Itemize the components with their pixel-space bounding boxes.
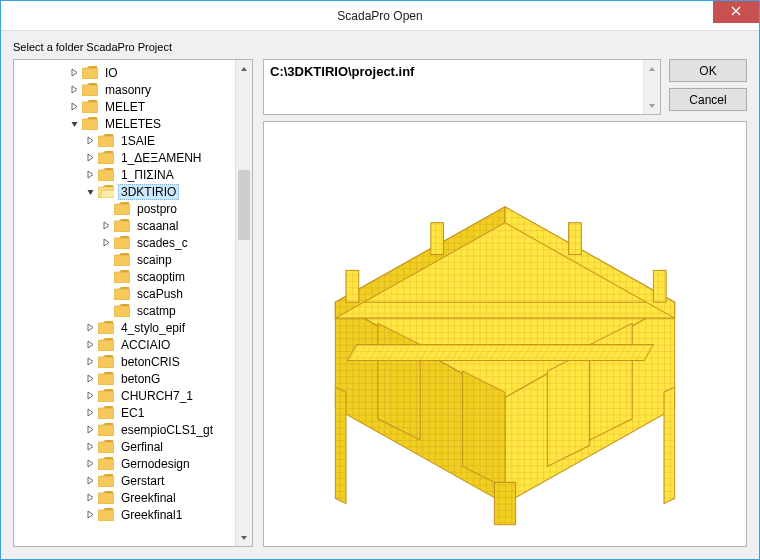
- chevron-right-icon[interactable]: [68, 67, 80, 79]
- tree-item[interactable]: esempioCLS1_gt: [20, 421, 235, 438]
- chevron-right-icon[interactable]: [84, 322, 96, 334]
- tree-item[interactable]: betonCRIS: [20, 353, 235, 370]
- chevron-right-icon[interactable]: [84, 390, 96, 402]
- folder-icon: [98, 440, 114, 454]
- tree-item[interactable]: 4_stylo_epif: [20, 319, 235, 336]
- tree-item[interactable]: ACCIAIO: [20, 336, 235, 353]
- svg-rect-15: [98, 323, 114, 334]
- tree-item-label: 3DKTIRIO: [118, 184, 179, 200]
- tree-item[interactable]: EC1: [20, 404, 235, 421]
- svg-rect-21: [98, 425, 114, 436]
- chevron-right-icon[interactable]: [84, 407, 96, 419]
- folder-icon: [114, 219, 130, 233]
- svg-rect-6: [98, 170, 114, 181]
- tree-item[interactable]: postpro: [20, 200, 235, 217]
- titlebar[interactable]: ScadaPro Open: [1, 1, 759, 31]
- chevron-right-icon[interactable]: [100, 237, 112, 249]
- cancel-button[interactable]: Cancel: [669, 88, 747, 111]
- scroll-down-button[interactable]: [236, 529, 252, 546]
- tree-item[interactable]: scainp: [20, 251, 235, 268]
- folder-icon: [98, 134, 114, 148]
- tree-item[interactable]: MELET: [20, 98, 235, 115]
- chevron-right-icon[interactable]: [84, 356, 96, 368]
- tree-item[interactable]: IO: [20, 64, 235, 81]
- chevron-right-icon[interactable]: [84, 152, 96, 164]
- svg-marker-33: [463, 371, 505, 488]
- close-button[interactable]: [713, 1, 759, 23]
- svg-marker-39: [664, 387, 675, 504]
- tree-item[interactable]: scaanal: [20, 217, 235, 234]
- chevron-right-icon[interactable]: [68, 84, 80, 96]
- tree-item[interactable]: MELETES: [20, 115, 235, 132]
- tree-item-label: ACCIAIO: [118, 338, 173, 352]
- chevron-down-icon[interactable]: [84, 186, 96, 198]
- svg-marker-32: [378, 323, 420, 440]
- tree-item-label: 1SAIE: [118, 134, 158, 148]
- tree-item[interactable]: 1_ΔΕΞΑΜΕΝΗ: [20, 149, 235, 166]
- tree-item[interactable]: CHURCH7_1: [20, 387, 235, 404]
- tree-item[interactable]: Gerfinal: [20, 438, 235, 455]
- tree-item[interactable]: scatmp: [20, 302, 235, 319]
- chevron-right-icon[interactable]: [84, 441, 96, 453]
- chevron-right-icon[interactable]: [84, 509, 96, 521]
- folder-tree[interactable]: IOmasonryMELETMELETES1SAIE1_ΔΕΞΑΜΕΝΗ1_ΠΙ…: [14, 60, 235, 546]
- folder-icon: [114, 236, 130, 250]
- tree-item[interactable]: betonG: [20, 370, 235, 387]
- chevron-right-icon[interactable]: [84, 475, 96, 487]
- svg-rect-0: [82, 68, 98, 79]
- svg-rect-24: [98, 476, 114, 487]
- svg-marker-37: [347, 345, 653, 361]
- path-display[interactable]: C:\3DKTIRIO\project.inf: [263, 59, 661, 115]
- tree-item[interactable]: Gerstart: [20, 472, 235, 489]
- tree-item[interactable]: 1SAIE: [20, 132, 235, 149]
- tree-item-label: Greekfinal: [118, 491, 179, 505]
- chevron-right-icon[interactable]: [84, 492, 96, 504]
- scroll-up-button[interactable]: [644, 60, 660, 77]
- scroll-thumb[interactable]: [238, 170, 250, 240]
- ok-button[interactable]: OK: [669, 59, 747, 82]
- folder-icon: [98, 474, 114, 488]
- tree-item-label: scaoptim: [134, 270, 188, 284]
- path-scrollbar[interactable]: [643, 60, 660, 114]
- tree-item[interactable]: scaPush: [20, 285, 235, 302]
- tree-scrollbar[interactable]: [235, 60, 252, 546]
- tree-item[interactable]: Gernodesign: [20, 455, 235, 472]
- right-panel: C:\3DKTIRIO\project.inf OK Cancel: [263, 59, 747, 547]
- folder-icon: [98, 406, 114, 420]
- scroll-down-button[interactable]: [644, 97, 660, 114]
- folder-open-icon: [98, 185, 114, 199]
- chevron-right-icon[interactable]: [68, 101, 80, 113]
- svg-rect-19: [98, 391, 114, 402]
- tree-item[interactable]: scades_c: [20, 234, 235, 251]
- tree-item-label: betonG: [118, 372, 163, 386]
- chevron-right-icon[interactable]: [100, 220, 112, 232]
- svg-rect-18: [98, 374, 114, 385]
- tree-item[interactable]: masonry: [20, 81, 235, 98]
- chevron-right-icon[interactable]: [84, 424, 96, 436]
- dialog-window: ScadaPro Open Select a folder ScadaPro P…: [0, 0, 760, 560]
- tree-item-label: postpro: [134, 202, 180, 216]
- tree-item[interactable]: scaoptim: [20, 268, 235, 285]
- dialog-body: Select a folder ScadaPro Project IOmason…: [1, 31, 759, 559]
- chevron-right-icon[interactable]: [84, 339, 96, 351]
- tree-item[interactable]: Greekfinal1: [20, 506, 235, 523]
- cancel-label: Cancel: [689, 93, 726, 107]
- tree-item[interactable]: 1_ΠΙΣΙΝΑ: [20, 166, 235, 183]
- tree-item-label: scades_c: [134, 236, 191, 250]
- structure-3d-icon: [264, 122, 746, 546]
- chevron-down-icon[interactable]: [68, 118, 80, 130]
- chevron-right-icon[interactable]: [84, 169, 96, 181]
- svg-rect-1: [82, 85, 98, 96]
- folder-icon: [82, 100, 98, 114]
- tree-item[interactable]: 3DKTIRIO: [20, 183, 235, 200]
- chevron-right-icon[interactable]: [84, 135, 96, 147]
- folder-icon: [82, 83, 98, 97]
- chevron-right-icon[interactable]: [84, 373, 96, 385]
- tree-item-label: scatmp: [134, 304, 179, 318]
- folder-icon: [98, 491, 114, 505]
- scroll-up-button[interactable]: [236, 60, 252, 77]
- tree-item[interactable]: Greekfinal: [20, 489, 235, 506]
- chevron-right-icon[interactable]: [84, 458, 96, 470]
- tree-item-label: 1_ΔΕΞΑΜΕΝΗ: [118, 151, 205, 165]
- tree-item-label: MELET: [102, 100, 148, 114]
